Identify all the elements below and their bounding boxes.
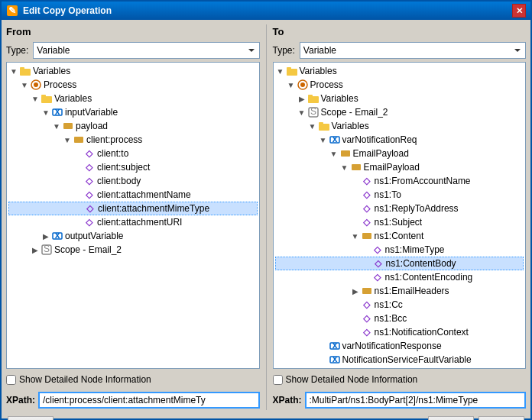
to-tree-row-scopevars[interactable]: ▼ Variables (275, 119, 524, 133)
to-variable-icon-3: x (329, 354, 341, 366)
from-expand-outputvar[interactable]: ▶ (41, 231, 51, 241)
from-tree-row-cto[interactable]: ◇ client:to (8, 147, 258, 160)
ok-cancel-group: OK Cancel (428, 416, 524, 420)
edit-copy-operation-window: ✎ Edit Copy Operation ✕ From Type: Varia… (0, 0, 532, 420)
to-tree-row-mimetype[interactable]: ◇ ns1:MimeType (275, 243, 524, 257)
to-xpath-input[interactable] (305, 392, 526, 409)
svg-text:x: x (332, 341, 337, 351)
to-tree-row-to[interactable]: ◇ ns1:To (275, 188, 524, 202)
from-xpath-input[interactable] (38, 392, 259, 409)
to-expand-scope[interactable]: ▼ (297, 107, 307, 118)
to-xpath-row: XPath: (273, 390, 527, 410)
to-expand-content[interactable]: ▼ (350, 231, 361, 241)
from-expand-inputvar[interactable]: ▼ (41, 107, 51, 118)
to-tree-row-subject[interactable]: ◇ ns1:Subject (275, 215, 524, 229)
from-tree-row-outputvar[interactable]: ▶ x outputVariable (8, 229, 258, 243)
to-tree-row-varreq[interactable]: ▼ x varNotificationReq (275, 133, 524, 147)
to-label-scope: Scope - Email_2 (321, 107, 388, 118)
from-label-scope: Scope - Email_2 (54, 244, 122, 255)
from-tree-row-payload[interactable]: ▼ payload (8, 119, 258, 133)
cancel-button[interactable]: Cancel (478, 416, 524, 420)
from-detailed-checkbox[interactable] (6, 375, 16, 385)
svg-rect-10 (63, 123, 73, 129)
svg-rect-7 (41, 95, 46, 97)
to-tree-row-contentenc[interactable]: ◇ ns1:ContentEncoding (275, 270, 524, 284)
to-expand-process[interactable]: ▼ (286, 79, 297, 90)
to-expand-emailhdr[interactable]: ▶ (350, 286, 361, 296)
to-attr-icon-4: ◇ (361, 216, 373, 228)
to-expand-emailpay[interactable]: ▼ (329, 148, 339, 159)
to-label-notiffault: NotificationServiceFaultVariable (342, 354, 472, 365)
to-process-icon (297, 79, 309, 91)
from-tree-row-cattmime[interactable]: ◇ client:attachmentMimeType (8, 202, 258, 215)
to-tree-row-vars2[interactable]: ▶ Variables (275, 92, 524, 105)
from-expand-process[interactable]: ▼ (19, 79, 30, 90)
to-tree-row-variables[interactable]: ▼ Variables (275, 64, 524, 78)
help-button[interactable]: Help (8, 416, 54, 420)
from-tree-row-cprocess[interactable]: ▼ client:process (8, 133, 258, 147)
to-tree-row-varresp[interactable]: x varNotificationResponse (275, 339, 524, 353)
from-expand-variables[interactable]: ▼ (8, 66, 19, 76)
to-tree-container[interactable]: ▼ Variables ▼ (273, 62, 527, 369)
to-tree-row-content[interactable]: ▼ ns1:Content (275, 229, 524, 243)
from-expand-cprocess[interactable]: ▼ (62, 134, 73, 145)
to-tree-row-contentbody[interactable]: ◇ ns1:ContentBody (275, 257, 524, 270)
attr-icon-4: ◇ (83, 189, 96, 201)
to-expand-emailpay2[interactable]: ▼ (339, 162, 350, 173)
to-tree-row-replyto[interactable]: ◇ ns1:ReplyToAddress (275, 202, 524, 215)
from-tree-row-catturi[interactable]: ◇ client:attachmentURI (8, 215, 258, 229)
to-tree-row-cc[interactable]: ◇ ns1:Cc (275, 298, 524, 312)
svg-text:◇: ◇ (362, 203, 371, 214)
process-icon (30, 79, 42, 91)
to-variable-icon: x (329, 134, 341, 146)
from-tree-row-csubject[interactable]: ◇ client:subject (8, 160, 258, 174)
close-button[interactable]: ✕ (512, 4, 526, 18)
from-tree-row-cattname[interactable]: ◇ client:attachmentName (8, 188, 258, 202)
panel-divider (266, 24, 267, 410)
from-label-outputvar: outputVariable (65, 231, 124, 241)
from-expand-payload[interactable]: ▼ (51, 121, 62, 131)
to-label-varreq: varNotificationReq (342, 134, 417, 145)
from-tree-row-cbody[interactable]: ◇ client:body (8, 174, 258, 188)
from-tree-container[interactable]: ▼ Variables ▼ (6, 62, 260, 369)
to-tree-row-process[interactable]: ▼ Process (275, 78, 524, 92)
from-label-variables: Variables (33, 66, 70, 76)
from-expand-vars2[interactable]: ▼ (30, 93, 41, 104)
to-tree-row-notiffault[interactable]: x NotificationServiceFaultVariable (275, 353, 524, 367)
from-label-cattname: client:attachmentName (97, 189, 191, 200)
to-type-select[interactable]: Variable Expression Literal (300, 42, 526, 59)
to-expand-variables[interactable]: ▼ (275, 66, 286, 76)
to-expand-scopevars[interactable]: ▼ (307, 121, 318, 131)
to-folder-icon (286, 65, 298, 77)
from-tree-row-variables[interactable]: ▼ Variables (8, 64, 258, 78)
to-type-row: Type: Variable Expression Literal (273, 42, 527, 59)
to-tree-row-notifctx[interactable]: ◇ ns1:NotificationContext (275, 325, 524, 339)
from-tree-row-scope[interactable]: ▶ S Scope - Email_2 (8, 243, 258, 257)
to-tree-row-bcc[interactable]: ◇ ns1:Bcc (275, 312, 524, 325)
title-bar-left: ✎ Edit Copy Operation (6, 5, 112, 17)
from-tree-row-inputvar[interactable]: ▼ x inputVariable (8, 105, 258, 119)
svg-text:◇: ◇ (362, 327, 371, 338)
to-tree-row-emailpay2[interactable]: ▼ EmailPayload (275, 160, 524, 174)
to-detailed-checkbox[interactable] (273, 375, 283, 385)
bottom-button-row: Help OK Cancel (6, 413, 526, 420)
from-tree-row-process[interactable]: ▼ Process (8, 78, 258, 92)
to-tree-row-fromacct[interactable]: ◇ ns1:FromAccountName (275, 174, 524, 188)
from-tree-row-vars2[interactable]: ▼ Variables (8, 92, 258, 105)
to-expand-vars2[interactable]: ▶ (297, 93, 307, 104)
to-expand-varreq[interactable]: ▼ (318, 134, 329, 145)
to-label-bcc: ns1:Bcc (375, 313, 407, 324)
to-attr-icon-2: ◇ (361, 189, 373, 201)
svg-rect-3 (20, 67, 24, 69)
to-attr-icon-7: ◇ (371, 271, 384, 283)
ok-button[interactable]: OK (428, 416, 474, 420)
to-tree-row-scope[interactable]: ▼ S Scope - Email_2 (275, 105, 524, 119)
to-label-contentbody: ns1:ContentBody (386, 258, 456, 269)
scope-icon: S (41, 244, 53, 256)
to-attr-icon: ◇ (361, 175, 373, 187)
to-tree-row-emailpay[interactable]: ▼ EmailPayload (275, 147, 524, 160)
to-label-cc: ns1:Cc (375, 299, 403, 310)
to-tree-row-emailhdr[interactable]: ▶ ns1:EmailHeaders (275, 284, 524, 298)
from-expand-scope[interactable]: ▶ (30, 244, 41, 255)
from-type-select[interactable]: Variable Expression Literal (33, 42, 259, 59)
